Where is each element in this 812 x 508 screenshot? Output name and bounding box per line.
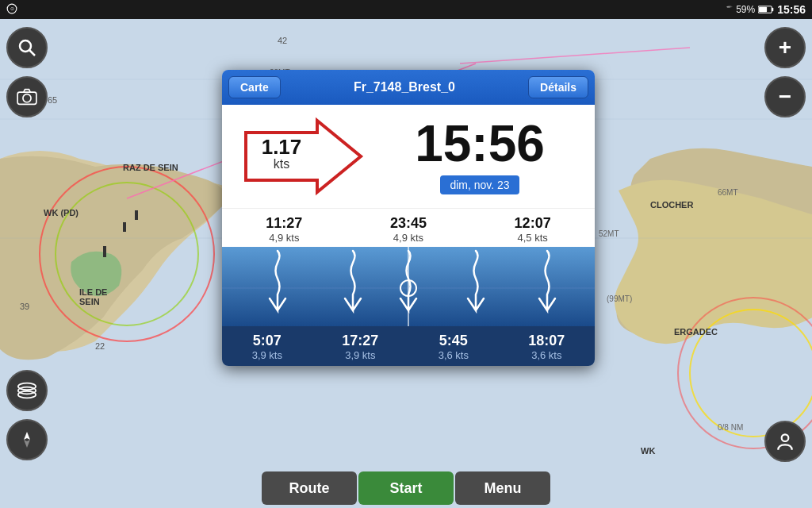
tidal-entry-1: 23:45 4,9 kts [390,215,427,244]
zoom-out-button[interactable]: − [764,76,806,117]
tidal-lower-0: 5:07 3,9 kts [252,333,282,361]
map-label-raz: RAZ DE SEIN [123,163,178,172]
time-section: 15:56 dim, nov. 23 [381,118,579,194]
svg-text:kts: kts [274,157,289,171]
svg-text:⊙: ⊙ [10,6,14,11]
tidal-speed-1: 4,9 kts [393,232,423,244]
svg-marker-36 [24,432,30,440]
tidal-speed-2: 4,5 kts [517,232,547,244]
map-label-clocher: CLOCHER [650,200,693,210]
svg-text:(99MT): (99MT) [607,294,632,303]
svg-point-32 [23,94,31,102]
dialog-top: 1.17 kts 15:56 dim, nov. 23 [222,105,595,208]
map-label-ergadec: ERGADEC [674,327,718,337]
status-right: 59% 15:56 [720,3,806,16]
layers-button[interactable] [6,370,48,411]
details-button[interactable]: Détails [528,76,588,98]
svg-marker-37 [24,440,30,448]
svg-text:0/8 NM: 0/8 NM [718,423,743,432]
map-label-ile: ILE DESEIN [79,287,107,306]
menu-button[interactable]: Menu [455,471,550,505]
status-left: ⊙ [6,3,17,17]
svg-point-29 [20,40,31,52]
current-time: 15:56 [415,118,545,169]
tidal-time-2: 12:07 [515,215,551,232]
svg-text:52MT: 52MT [599,229,619,238]
svg-text:22: 22 [95,341,105,351]
tidal-time-0: 11:27 [266,215,302,232]
svg-text:1.17: 1.17 [262,135,302,159]
tidal-entry-0: 11:27 4,9 kts [266,215,302,244]
tidal-times-upper: 11:27 4,9 kts 23:45 4,9 kts 12:07 4,5 kt… [222,208,595,247]
tidal-time-1: 23:45 [390,215,427,232]
search-button[interactable] [6,27,48,68]
tidal-speed-0: 4,9 kts [269,232,299,244]
svg-rect-21 [135,210,138,220]
svg-rect-22 [123,222,126,232]
user-button[interactable] [764,421,806,462]
status-bar: ⊙ 59% 15:56 [0,0,812,19]
tidal-lower-2: 5:45 3,6 kts [439,333,469,361]
tidal-lower-3: 18:07 3,6 kts [528,333,565,361]
bottom-left-sidebar [0,370,54,460]
map-label-wk-bottom: WK [641,446,655,456]
svg-rect-28 [759,7,767,12]
tidal-times-lower: 5:07 3,9 kts 17:27 3,9 kts 5:45 3,6 kts … [222,326,595,366]
carte-button[interactable]: Carte [228,76,281,98]
camera-button[interactable] [6,76,48,117]
svg-rect-23 [103,246,106,257]
dialog-header: Carte Fr_7148_Brest_0 Détails [222,70,595,105]
tidal-entry-2: 12:07 4,5 kts [515,215,551,244]
svg-text:66MT: 66MT [718,188,738,197]
battery-percent: 59% [736,4,755,15]
user-button-container [764,421,806,462]
tidal-lower-1: 17:27 3,9 kts [342,333,378,361]
dialog-title: Fr_7148_Brest_0 [354,80,455,94]
status-time: 15:56 [777,3,806,16]
date-badge: dim, nov. 23 [440,175,519,194]
svg-line-30 [29,50,35,56]
svg-point-38 [782,434,789,441]
svg-text:42: 42 [278,36,287,45]
svg-rect-27 [772,8,773,11]
route-button[interactable]: Route [262,471,357,505]
tidal-dialog: Carte Fr_7148_Brest_0 Détails 1.17 kts 1… [222,70,595,366]
bottom-nav: Route Start Menu [0,468,812,508]
start-button[interactable]: Start [358,471,454,505]
right-sidebar: + − [758,19,812,117]
speed-indicator: 1.17 kts [238,117,365,196]
zoom-in-button[interactable]: + [764,27,806,68]
north-button[interactable] [6,419,48,460]
tidal-chart [222,247,595,326]
